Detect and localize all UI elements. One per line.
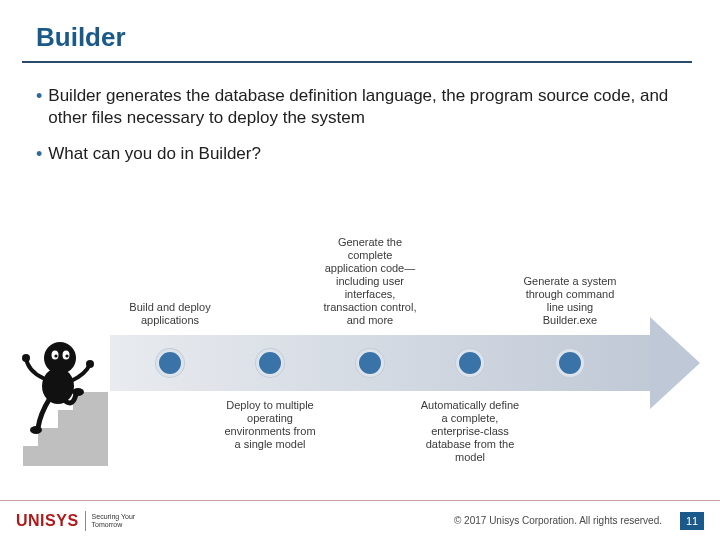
process-diagram: Build and deploy applications Deploy to … <box>0 220 720 480</box>
step-label: Automatically define a complete, enterpr… <box>420 399 520 464</box>
svg-rect-2 <box>58 410 108 428</box>
logo-tagline: Securing YourTomorrow <box>92 513 136 529</box>
bullet-marker-icon: • <box>36 143 42 165</box>
svg-point-7 <box>54 354 57 357</box>
step-dot <box>456 349 484 377</box>
company-logo: UNISYS Securing YourTomorrow <box>16 511 135 531</box>
footer: UNISYS Securing YourTomorrow © 2017 Unis… <box>0 500 720 540</box>
content-area: • Builder generates the database definit… <box>0 63 720 165</box>
step-dot <box>556 349 584 377</box>
step-dot <box>156 349 184 377</box>
svg-point-12 <box>30 426 42 434</box>
svg-point-10 <box>22 354 30 362</box>
page-title: Builder <box>36 22 720 53</box>
step-dot <box>356 349 384 377</box>
svg-point-11 <box>86 360 94 368</box>
svg-rect-1 <box>38 428 108 446</box>
logo-text: UNISYS <box>16 512 79 530</box>
bullet-text: Builder generates the database definitio… <box>48 85 684 129</box>
bullet-item: • Builder generates the database definit… <box>36 85 684 129</box>
step-dot <box>256 349 284 377</box>
svg-rect-0 <box>23 446 108 466</box>
step-label: Generate a system through command line u… <box>520 275 620 327</box>
step-label: Generate the complete application code—i… <box>320 236 420 327</box>
arrow-head-icon <box>650 317 700 409</box>
step-label: Build and deploy applications <box>120 301 220 327</box>
bullet-marker-icon: • <box>36 85 42 129</box>
bullet-item: • What can you do in Builder? <box>36 143 684 165</box>
svg-point-13 <box>72 388 84 396</box>
step-label: Deploy to multiple operating environment… <box>220 399 320 451</box>
climbing-figure-icon <box>18 336 113 470</box>
logo-divider <box>85 511 86 531</box>
copyright-text: © 2017 Unisys Corporation. All rights re… <box>454 515 662 526</box>
page-number: 11 <box>680 512 704 530</box>
bullet-text: What can you do in Builder? <box>48 143 261 165</box>
process-arrow: Build and deploy applications Deploy to … <box>110 335 700 391</box>
svg-point-8 <box>65 354 68 357</box>
